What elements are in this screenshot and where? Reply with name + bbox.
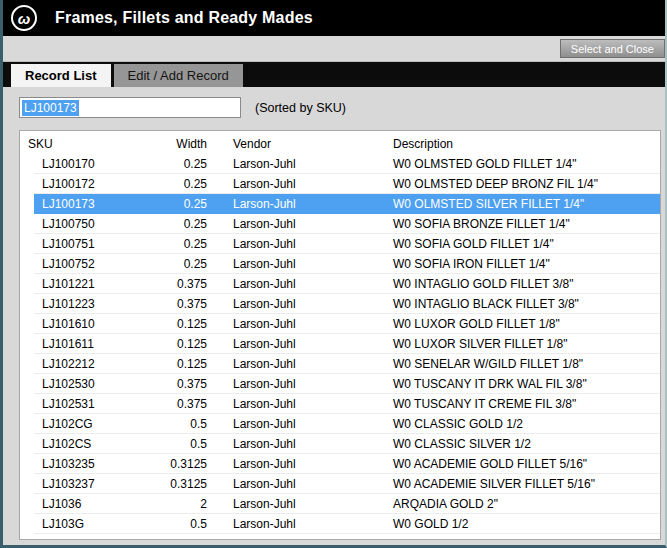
cell-sku: LJ102CG — [42, 417, 147, 431]
record-list-panel: LJ100173 (Sorted by SKU) SKU Width Vendo… — [3, 87, 665, 545]
cell-width: 0.25 — [147, 177, 207, 191]
cell-vendor: Larson-Juhl — [207, 357, 372, 371]
search-input-value: LJ100173 — [22, 100, 79, 116]
cell-desc: W0 SOFIA BRONZE FILLET 1/4" — [372, 217, 660, 231]
cell-width: 0.375 — [147, 377, 207, 391]
search-row: LJ100173 (Sorted by SKU) — [19, 97, 661, 118]
app-window: ω Frames, Fillets and Ready Mades Select… — [0, 0, 667, 548]
table-row[interactable]: LJ1016100.125Larson-JuhlW0 LUXOR GOLD FI… — [34, 314, 660, 334]
cell-width: 0.25 — [147, 237, 207, 251]
table-row[interactable]: LJ1032370.3125Larson-JuhlW0 ACADEMIE SIL… — [34, 474, 660, 494]
cell-sku: LJ1036 — [42, 497, 147, 511]
table-row[interactable]: LJ102CS0.5Larson-JuhlW0 CLASSIC SILVER 1… — [34, 434, 660, 454]
cell-vendor: Larson-Juhl — [207, 317, 372, 331]
cell-width: 0.3125 — [147, 457, 207, 471]
tabbar: Record List Edit / Add Record — [3, 62, 665, 87]
logo-glyph: ω — [18, 10, 31, 27]
cell-desc: W0 SENELAR W/GILD FILLET 1/8" — [372, 357, 660, 371]
cell-vendor: Larson-Juhl — [207, 377, 372, 391]
table-row[interactable]: LJ1001700.25Larson-JuhlW0 OLMSTED GOLD F… — [34, 154, 660, 174]
app-logo-icon: ω — [11, 5, 37, 31]
table-row[interactable]: LJ1007520.25Larson-JuhlW0 SOFIA IRON FIL… — [34, 254, 660, 274]
table-row[interactable]: LJ10362Larson-JuhlARQADIA GOLD 2" — [34, 494, 660, 514]
titlebar: ω Frames, Fillets and Ready Mades — [3, 0, 665, 36]
sku-search-input[interactable]: LJ100173 — [19, 97, 241, 118]
cell-vendor: Larson-Juhl — [207, 177, 372, 191]
cell-vendor: Larson-Juhl — [207, 397, 372, 411]
cell-sku: LJ100170 — [42, 157, 147, 171]
cell-width: 0.375 — [147, 397, 207, 411]
column-header-width[interactable]: Width — [147, 137, 207, 151]
cell-desc: ARQADIA GOLD 2" — [372, 497, 660, 511]
table-row[interactable]: LJ1022120.125Larson-JuhlW0 SENELAR W/GIL… — [34, 354, 660, 374]
cell-desc: W0 OLMSTED SILVER FILLET 1/4" — [372, 197, 660, 211]
cell-vendor: Larson-Juhl — [207, 477, 372, 491]
cell-vendor: Larson-Juhl — [207, 297, 372, 311]
table-header: SKU Width Vendor Description — [34, 134, 660, 154]
cell-sku: LJ100172 — [42, 177, 147, 191]
tab-edit-add-record[interactable]: Edit / Add Record — [114, 64, 243, 87]
cell-desc: W0 INTAGLIO BLACK FILLET 3/8" — [372, 297, 660, 311]
table-row[interactable]: LJ1001720.25Larson-JuhlW0 OLMSTED DEEP B… — [34, 174, 660, 194]
table-row[interactable]: LJ1012210.375Larson-JuhlW0 INTAGLIO GOLD… — [34, 274, 660, 294]
table-row[interactable]: LJ1007500.25Larson-JuhlW0 SOFIA BRONZE F… — [34, 214, 660, 234]
table-row[interactable]: LJ102CG0.5Larson-JuhlW0 CLASSIC GOLD 1/2 — [34, 414, 660, 434]
cell-desc: W0 INTAGLIO GOLD FILLET 3/8" — [372, 277, 660, 291]
cell-sku: LJ103235 — [42, 457, 147, 471]
table-row[interactable]: LJ1012230.375Larson-JuhlW0 INTAGLIO BLAC… — [34, 294, 660, 314]
cell-vendor: Larson-Juhl — [207, 197, 372, 211]
cell-width: 0.25 — [147, 157, 207, 171]
table-row[interactable]: LJ1016110.125Larson-JuhlW0 LUXOR SILVER … — [34, 334, 660, 354]
cell-desc: W0 ACADEMIE SILVER FILLET 5/16" — [372, 477, 660, 491]
column-header-vendor[interactable]: Vendor — [207, 137, 372, 151]
cell-sku: LJ103G — [42, 517, 147, 531]
cell-sku: LJ101610 — [42, 317, 147, 331]
table-row[interactable]: LJ1025310.375Larson-JuhlW0 TUSCANY IT CR… — [34, 394, 660, 414]
window-title: Frames, Fillets and Ready Mades — [55, 9, 313, 27]
cell-vendor: Larson-Juhl — [207, 257, 372, 271]
cell-width: 2 — [147, 497, 207, 511]
cell-width: 0.3125 — [147, 477, 207, 491]
toolbar: Select and Close — [3, 36, 665, 62]
cell-vendor: Larson-Juhl — [207, 217, 372, 231]
cell-vendor: Larson-Juhl — [207, 517, 372, 531]
cell-vendor: Larson-Juhl — [207, 237, 372, 251]
cell-desc: W0 TUSCANY IT DRK WAL FIL 3/8" — [372, 377, 660, 391]
cell-desc: W0 SOFIA IRON FILLET 1/4" — [372, 257, 660, 271]
cell-vendor: Larson-Juhl — [207, 337, 372, 351]
cell-desc: W0 LUXOR GOLD FILLET 1/8" — [372, 317, 660, 331]
table-row[interactable]: LJ1032350.3125Larson-JuhlW0 ACADEMIE GOL… — [34, 454, 660, 474]
table-row-selected[interactable]: LJ1001730.25Larson-JuhlW0 OLMSTED SILVER… — [34, 194, 660, 214]
cell-desc: W0 CLASSIC SILVER 1/2 — [372, 437, 660, 451]
cell-desc: W0 LUXOR SILVER FILLET 1/8" — [372, 337, 660, 351]
cell-desc: W0 CLASSIC GOLD 1/2 — [372, 417, 660, 431]
table-row[interactable]: LJ1025300.375Larson-JuhlW0 TUSCANY IT DR… — [34, 374, 660, 394]
cell-desc: W0 GOLD 1/2 — [372, 517, 660, 531]
table-row[interactable]: LJ1007510.25Larson-JuhlW0 SOFIA GOLD FIL… — [34, 234, 660, 254]
cell-sku: LJ100173 — [42, 197, 147, 211]
select-and-close-button[interactable]: Select and Close — [560, 39, 665, 58]
cell-width: 0.375 — [147, 277, 207, 291]
table-body: LJ1001700.25Larson-JuhlW0 OLMSTED GOLD F… — [34, 154, 660, 534]
cell-desc: W0 OLMSTED GOLD FILLET 1/4" — [372, 157, 660, 171]
cell-sku: LJ101221 — [42, 277, 147, 291]
cell-vendor: Larson-Juhl — [207, 457, 372, 471]
cell-sku: LJ100752 — [42, 257, 147, 271]
tab-record-list[interactable]: Record List — [11, 64, 111, 87]
cell-width: 0.5 — [147, 517, 207, 531]
cell-width: 0.5 — [147, 417, 207, 431]
cell-vendor: Larson-Juhl — [207, 157, 372, 171]
cell-desc: W0 TUSCANY IT CREME FIL 3/8" — [372, 397, 660, 411]
cell-vendor: Larson-Juhl — [207, 277, 372, 291]
cell-desc: W0 OLMSTED DEEP BRONZ FIL 1/4" — [372, 177, 660, 191]
cell-sku: LJ101611 — [42, 337, 147, 351]
cell-width: 0.125 — [147, 317, 207, 331]
cell-sku: LJ100750 — [42, 217, 147, 231]
cell-width: 0.125 — [147, 337, 207, 351]
cell-sku: LJ101223 — [42, 297, 147, 311]
cell-width: 0.375 — [147, 297, 207, 311]
column-header-description[interactable]: Description — [372, 137, 660, 151]
column-header-sku[interactable]: SKU — [28, 137, 147, 151]
table-row[interactable]: LJ103G0.5Larson-JuhlW0 GOLD 1/2 — [34, 514, 660, 534]
cell-sku: LJ102530 — [42, 377, 147, 391]
